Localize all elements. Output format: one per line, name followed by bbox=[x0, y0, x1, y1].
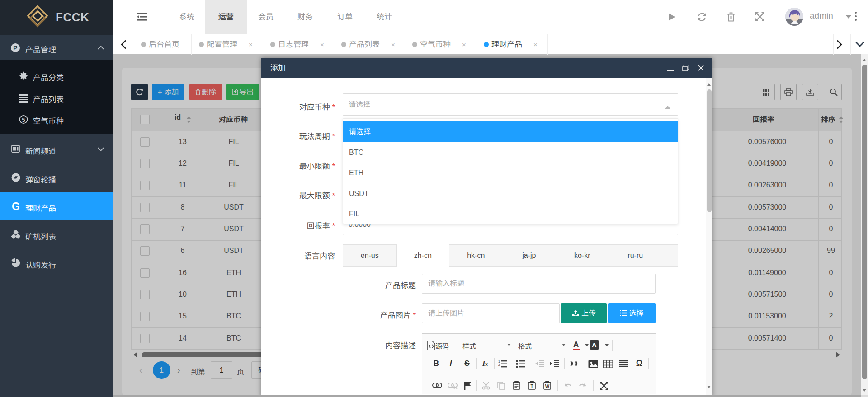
svg-text:5: 5 bbox=[22, 117, 25, 123]
svg-text:W: W bbox=[545, 384, 550, 389]
svg-text:2: 2 bbox=[498, 363, 500, 366]
svg-text:T: T bbox=[530, 384, 533, 389]
